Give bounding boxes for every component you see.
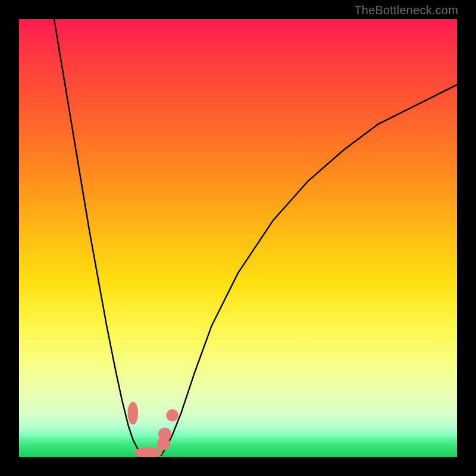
watermark-text: TheBottleneck.com [354, 4, 458, 17]
plot-area [19, 19, 457, 457]
marker-group [128, 402, 178, 457]
data-marker-3 [157, 437, 170, 450]
data-marker-0 [128, 402, 139, 424]
curve-right-branch [161, 84, 457, 455]
curve-left-branch [54, 19, 143, 455]
curve-layer [19, 19, 457, 457]
chart-frame: TheBottleneck.com [0, 0, 476, 476]
curve-series-group [54, 19, 457, 455]
data-marker-1 [166, 409, 178, 422]
